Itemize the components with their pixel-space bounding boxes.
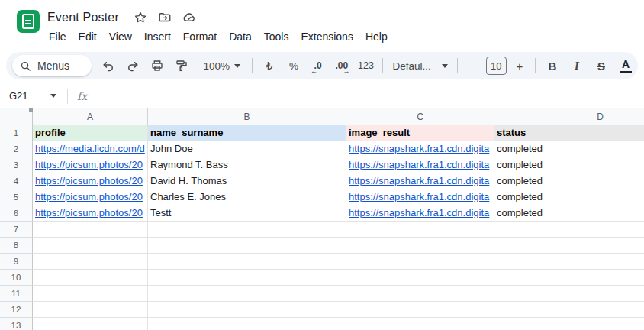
cell-b10[interactable] [148, 270, 346, 286]
cell-b9[interactable] [148, 254, 346, 270]
cell-d9[interactable] [494, 254, 644, 270]
percent-format-button[interactable]: % [282, 54, 306, 77]
cell-a13[interactable] [33, 318, 148, 330]
cell-d4[interactable]: completed [494, 173, 644, 189]
cell-b6[interactable]: Testt [148, 205, 346, 222]
print-button[interactable] [145, 54, 169, 77]
italic-button[interactable]: I [565, 54, 589, 77]
cell-a1[interactable]: profile [33, 125, 148, 141]
zoom-dropdown[interactable]: 100% [197, 54, 247, 77]
document-title[interactable]: Event Poster [47, 11, 119, 24]
cell-a11[interactable] [33, 286, 148, 302]
increase-decimal-button[interactable]: .00→ [330, 54, 353, 77]
star-icon[interactable] [133, 10, 148, 25]
cell-b3[interactable]: Raymond T. Bass [148, 157, 346, 173]
menu-format[interactable]: Format [177, 29, 223, 44]
menus-search-button[interactable]: Menus [12, 55, 92, 76]
cell-b5[interactable]: Charles E. Jones [148, 189, 346, 205]
menu-extensions[interactable]: Extensions [295, 29, 359, 44]
cell-d1[interactable]: status [494, 125, 644, 141]
cell-c2[interactable]: https://snapshark.fra1.cdn.digita [346, 141, 494, 157]
cell-d6[interactable]: completed [494, 205, 644, 222]
column-header-a[interactable]: A [33, 108, 148, 125]
row-header-4[interactable]: 4 [0, 173, 33, 189]
sheets-logo-icon[interactable] [17, 10, 40, 33]
row-header-6[interactable]: 6 [0, 205, 33, 222]
cell-a7[interactable] [33, 222, 148, 238]
cell-c1[interactable]: image_result [346, 125, 494, 141]
cell-c8[interactable] [346, 238, 494, 254]
cell-a9[interactable] [33, 254, 148, 270]
cell-b7[interactable] [148, 222, 346, 238]
menu-data[interactable]: Data [223, 29, 258, 44]
row-header-10[interactable]: 10 [0, 270, 33, 286]
cell-b11[interactable] [148, 286, 346, 302]
cell-a10[interactable] [33, 270, 148, 286]
bold-button[interactable]: B [540, 54, 565, 77]
cell-c9[interactable] [346, 254, 494, 270]
row-header-5[interactable]: 5 [0, 189, 33, 205]
cell-a3[interactable]: https://picsum.photos/20 [33, 157, 148, 173]
cell-c3[interactable]: https://snapshark.fra1.cdn.digita [346, 157, 494, 173]
menu-tools[interactable]: Tools [258, 29, 295, 44]
increase-font-size-button[interactable]: + [509, 54, 530, 77]
menu-insert[interactable]: Insert [138, 29, 177, 44]
cell-b2[interactable]: John Doe [148, 141, 346, 157]
cell-d13[interactable] [494, 318, 644, 330]
row-header-7[interactable]: 7 [0, 222, 33, 238]
select-all-corner[interactable] [0, 108, 33, 125]
strikethrough-button[interactable]: S [589, 54, 613, 77]
cell-c6[interactable]: https://snapshark.fra1.cdn.digita [346, 205, 494, 222]
cell-d12[interactable] [494, 302, 644, 318]
cell-b12[interactable] [148, 302, 346, 318]
row-header-11[interactable]: 11 [0, 286, 33, 302]
row-header-9[interactable]: 9 [0, 254, 33, 270]
undo-button[interactable] [96, 54, 121, 77]
move-to-folder-icon[interactable] [157, 10, 172, 25]
menu-help[interactable]: Help [359, 29, 394, 44]
decrease-decimal-button[interactable]: .0← [306, 54, 330, 77]
menu-view[interactable]: View [103, 29, 138, 44]
menu-file[interactable]: File [43, 29, 72, 44]
name-box[interactable]: G21 [0, 90, 56, 102]
currency-format-button[interactable]: ₺ [257, 54, 282, 77]
cell-c13[interactable] [346, 318, 494, 330]
cell-d8[interactable] [494, 238, 644, 254]
cell-d10[interactable] [494, 270, 644, 286]
row-header-2[interactable]: 2 [0, 141, 33, 157]
cell-d2[interactable]: completed [494, 141, 644, 157]
font-size-input[interactable]: 10 [486, 57, 507, 75]
more-formats-button[interactable]: 123 [353, 54, 378, 77]
cell-a12[interactable] [33, 302, 148, 318]
cloud-check-icon[interactable] [182, 10, 197, 25]
paint-format-button[interactable] [169, 54, 194, 77]
column-header-d[interactable]: D [494, 108, 644, 125]
cell-a2[interactable]: https://media.licdn.com/d [33, 141, 148, 157]
text-color-button[interactable]: A [613, 54, 638, 77]
cell-b1[interactable]: name_surname [148, 125, 346, 141]
formula-input[interactable] [87, 84, 644, 108]
cell-c12[interactable] [346, 302, 494, 318]
row-header-13[interactable]: 13 [0, 318, 33, 330]
cell-c10[interactable] [346, 270, 494, 286]
decrease-font-size-button[interactable]: − [462, 54, 484, 77]
cell-b4[interactable]: David H. Thomas [148, 173, 346, 189]
row-header-3[interactable]: 3 [0, 157, 33, 173]
cell-c5[interactable]: https://snapshark.fra1.cdn.digita [346, 189, 494, 205]
menu-edit[interactable]: Edit [72, 29, 103, 44]
cell-d5[interactable]: completed [494, 189, 644, 205]
font-dropdown[interactable]: Defaul... [388, 54, 452, 77]
row-header-12[interactable]: 12 [0, 302, 33, 318]
cell-a6[interactable]: https://picsum.photos/20 [33, 205, 148, 222]
redo-button[interactable] [121, 54, 145, 77]
cell-d3[interactable]: completed [494, 157, 644, 173]
cell-a5[interactable]: https://picsum.photos/20 [33, 189, 148, 205]
cell-d11[interactable] [494, 286, 644, 302]
row-header-8[interactable]: 8 [0, 238, 33, 254]
cell-a4[interactable]: https://picsum.photos/20 [33, 173, 148, 189]
cell-b8[interactable] [148, 238, 346, 254]
cell-d7[interactable] [494, 222, 644, 238]
cell-a8[interactable] [33, 238, 148, 254]
cell-c11[interactable] [346, 286, 494, 302]
cell-c7[interactable] [346, 222, 494, 238]
